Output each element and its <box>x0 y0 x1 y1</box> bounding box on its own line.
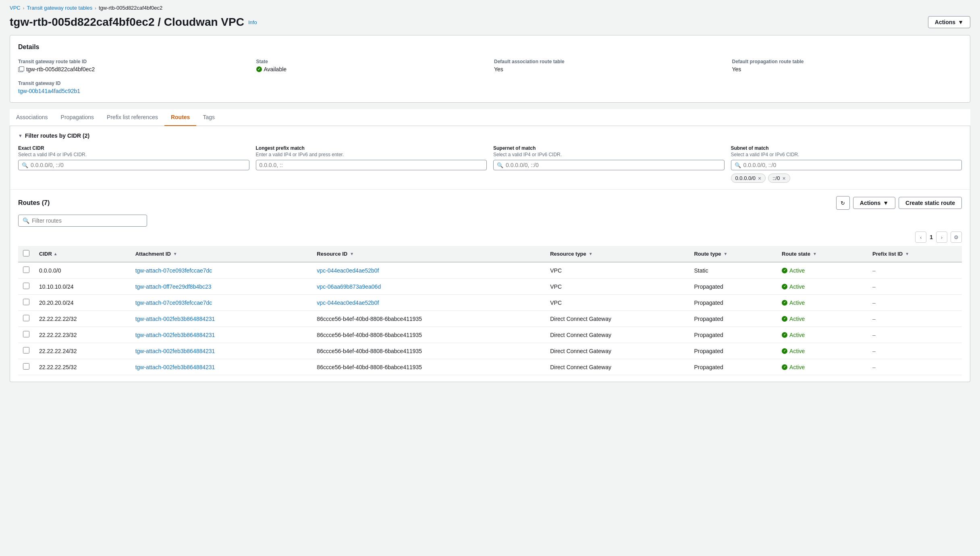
detail-default-assoc-label: Default association route table <box>494 59 724 64</box>
filter-tag-cidr2-value: ::/0 <box>772 175 780 181</box>
row-checkbox-6[interactable] <box>23 363 29 370</box>
attachment-link-4[interactable]: tgw-attach-002feb3b864884231 <box>135 332 215 338</box>
breadcrumb-tgw-route-tables[interactable]: Transit gateway route tables <box>27 5 92 11</box>
page-title: tgw-rtb-005d822caf4bf0ec2 / Cloudwan VPC… <box>10 16 257 29</box>
cell-route-type-6: Propagated <box>689 359 777 375</box>
attachment-link-1[interactable]: tgw-attach-0ff7ee29df8b4bc23 <box>135 283 212 290</box>
row-checkbox-1[interactable] <box>23 283 29 289</box>
resource-link-2[interactable]: vpc-044eac0ed4ae52b0f <box>317 300 379 306</box>
row-checkbox-0[interactable] <box>23 267 29 273</box>
filter-supernet-input[interactable] <box>506 162 721 168</box>
detail-default-prop: Default propagation route table Yes <box>732 59 962 72</box>
cell-resource-type-4: Direct Connect Gateway <box>545 327 689 343</box>
filter-tag-cidr1-close[interactable]: × <box>758 176 761 181</box>
filter-longest-prefix-input[interactable] <box>260 162 484 168</box>
attachment-link-2[interactable]: tgw-attach-07ce093fefccae7dc <box>135 300 212 306</box>
th-route-type: Route type ▼ <box>689 246 777 262</box>
resource-link-0[interactable]: vpc-044eac0ed4ae52b0f <box>317 267 379 274</box>
filter-collapse-icon: ▼ <box>18 133 23 138</box>
filter-exact-cidr-input[interactable] <box>31 162 246 168</box>
filter-supernet: Supernet of match Select a valid IP4 or … <box>493 145 725 183</box>
filter-longest-prefix-input-wrap <box>256 160 487 170</box>
table-settings-button[interactable]: ⚙ <box>951 231 962 243</box>
routes-search-input[interactable] <box>32 217 143 224</box>
cell-attachment-1: tgw-attach-0ff7ee29df8b4bc23 <box>131 279 312 295</box>
filter-subnet-label: Subnet of match <box>731 145 962 151</box>
cidr-sort-icon[interactable]: ▲ <box>54 252 58 256</box>
detail-default-assoc: Default association route table Yes <box>494 59 724 72</box>
copy-icon[interactable] <box>18 67 23 72</box>
cell-cidr-5: 22.22.22.24/32 <box>34 343 131 359</box>
tab-propagations[interactable]: Propagations <box>54 109 101 126</box>
info-link[interactable]: Info <box>248 19 257 25</box>
cell-resource-4: 86ccce56-b4ef-40bd-8808-6babce411935 <box>312 327 545 343</box>
prev-page-button[interactable]: ‹ <box>915 231 926 243</box>
cell-prefix-1: – <box>868 279 962 295</box>
routes-section: Routes (7) ↻ Actions ▼ Create static rou… <box>10 190 970 382</box>
th-route-state: Route state ▼ <box>777 246 868 262</box>
row-checkbox-4[interactable] <box>23 331 29 337</box>
routes-actions-button[interactable]: Actions ▼ <box>853 197 895 209</box>
breadcrumb-vpc[interactable]: VPC <box>10 5 21 11</box>
resource-id-filter-icon[interactable]: ▼ <box>350 252 354 256</box>
filter-title-text: Filter routes by CIDR (2) <box>25 132 89 139</box>
tab-prefix-list-references[interactable]: Prefix list references <box>100 109 164 126</box>
route-type-filter-icon[interactable]: ▼ <box>724 252 728 256</box>
attachment-link-3[interactable]: tgw-attach-002feb3b864884231 <box>135 316 215 322</box>
filter-subnet-input[interactable] <box>743 162 959 168</box>
attachment-link-0[interactable]: tgw-attach-07ce093fefccae7dc <box>135 267 212 274</box>
cell-resource-type-2: VPC <box>545 295 689 311</box>
detail-tgw-id-label: Transit gateway ID <box>18 81 248 86</box>
active-label-6: Active <box>789 364 805 370</box>
filter-title[interactable]: ▼ Filter routes by CIDR (2) <box>18 132 962 139</box>
row-checkbox-2[interactable] <box>23 299 29 305</box>
active-label-1: Active <box>789 283 805 290</box>
refresh-button[interactable]: ↻ <box>836 196 850 210</box>
route-state-filter-icon[interactable]: ▼ <box>813 252 817 256</box>
content-area: ▼ Filter routes by CIDR (2) Exact CIDR S… <box>10 126 970 382</box>
breadcrumb-sep-2: › <box>95 6 96 10</box>
attachment-filter-icon[interactable]: ▼ <box>173 252 177 256</box>
prefix-list-filter-icon[interactable]: ▼ <box>905 252 909 256</box>
create-static-route-button[interactable]: Create static route <box>899 197 962 209</box>
table-row: 22.22.22.25/32 tgw-attach-002feb3b864884… <box>18 359 962 375</box>
page-title-text: tgw-rtb-005d822caf4bf0ec2 / Cloudwan VPC <box>10 16 244 29</box>
cell-route-state-5: Active <box>777 343 868 359</box>
active-dot-1 <box>782 284 787 289</box>
filter-tag-cidr2-close[interactable]: × <box>782 176 785 181</box>
select-all-checkbox[interactable] <box>23 250 29 256</box>
filter-longest-prefix-label: Longest prefix match <box>256 145 487 151</box>
actions-button[interactable]: Actions ▼ <box>928 16 970 28</box>
attachment-link-6[interactable]: tgw-attach-002feb3b864884231 <box>135 364 215 370</box>
active-dot-4 <box>782 332 787 338</box>
detail-state-label: State <box>256 59 486 64</box>
cell-attachment-2: tgw-attach-07ce093fefccae7dc <box>131 295 312 311</box>
cell-prefix-0: – <box>868 262 962 279</box>
resource-link-1[interactable]: vpc-06aa69b873a9ea06d <box>317 283 381 290</box>
table-row: 20.20.20.0/24 tgw-attach-07ce093fefccae7… <box>18 295 962 311</box>
page-header: tgw-rtb-005d822caf4bf0ec2 / Cloudwan VPC… <box>0 14 980 35</box>
routes-actions: ↻ Actions ▼ Create static route <box>836 196 962 210</box>
tab-tags[interactable]: Tags <box>196 109 221 126</box>
detail-tgw-id-link[interactable]: tgw-00b141a4fad5c92b1 <box>18 88 80 94</box>
routes-table: CIDR ▲ Attachment ID ▼ Resource ID <box>18 246 962 375</box>
routes-actions-label: Actions <box>860 200 880 206</box>
filter-exact-cidr: Exact CIDR Select a valid IP4 or IPv6 CI… <box>18 145 249 183</box>
actions-label: Actions <box>935 19 955 25</box>
filter-supernet-input-wrap: 🔍 <box>493 160 725 170</box>
row-checkbox-5[interactable] <box>23 347 29 353</box>
row-checkbox-3[interactable] <box>23 315 29 321</box>
detail-tgw-rtb-id-value: tgw-rtb-005d822caf4bf0ec2 <box>18 66 248 72</box>
cell-attachment-5: tgw-attach-002feb3b864884231 <box>131 343 312 359</box>
resource-type-filter-icon[interactable]: ▼ <box>589 252 593 256</box>
cell-prefix-3: – <box>868 311 962 327</box>
details-title: Details <box>18 43 962 51</box>
active-label-5: Active <box>789 348 805 354</box>
tab-associations[interactable]: Associations <box>10 109 54 126</box>
cell-cidr-0: 0.0.0.0/0 <box>34 262 131 279</box>
tab-routes[interactable]: Routes <box>164 109 196 126</box>
detail-default-prop-label: Default propagation route table <box>732 59 962 64</box>
next-page-button[interactable]: › <box>936 231 947 243</box>
attachment-link-5[interactable]: tgw-attach-002feb3b864884231 <box>135 348 215 354</box>
table-row: 22.22.22.22/32 tgw-attach-002feb3b864884… <box>18 311 962 327</box>
